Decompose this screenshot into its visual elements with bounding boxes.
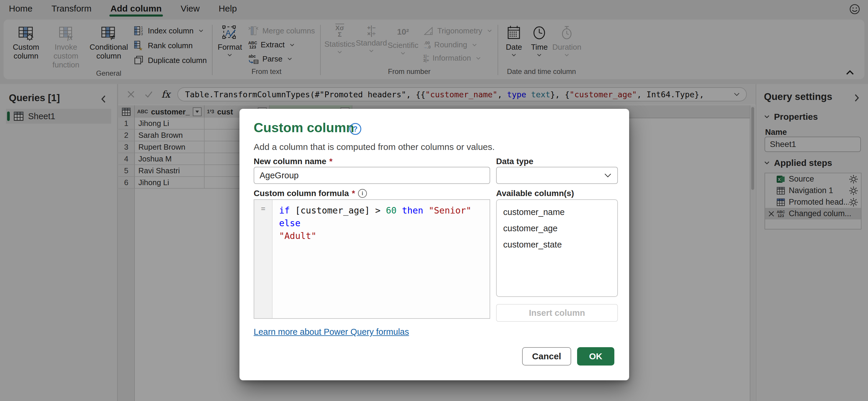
available-columns-list: customer_name customer_age customer_stat… <box>496 199 618 297</box>
data-type-select[interactable] <box>496 167 618 184</box>
available-column-item[interactable]: customer_age <box>497 220 617 237</box>
new-column-name-label: New column name* <box>254 157 333 166</box>
learn-more-link[interactable]: Learn more about Power Query formulas <box>254 327 409 337</box>
formula-editor[interactable]: = if [customer_age] > 60 then "Senior" e… <box>254 199 490 319</box>
help-icon[interactable]: ? <box>349 123 361 135</box>
dialog-title: Custom column <box>254 120 354 135</box>
cancel-button[interactable]: Cancel <box>522 347 571 366</box>
chevron-down-icon <box>604 173 612 178</box>
new-column-name-input[interactable] <box>254 167 490 184</box>
available-column-item[interactable]: customer_name <box>497 204 617 220</box>
editor-gutter: = <box>254 200 273 318</box>
custom-column-dialog: Custom column ? Add a column that is com… <box>240 109 629 380</box>
dialog-subtitle: Add a column that is computed from other… <box>254 142 495 152</box>
insert-column-button: Insert column <box>496 304 618 322</box>
custom-column-formula-label: Custom column formula* i <box>254 189 367 198</box>
ok-button[interactable]: OK <box>577 347 614 366</box>
available-column-item[interactable]: customer_state <box>497 237 617 253</box>
available-columns-label: Available column(s) <box>496 189 574 198</box>
data-type-label: Data type <box>496 157 533 166</box>
info-icon[interactable]: i <box>358 189 367 198</box>
formula-code[interactable]: if [customer_age] > 60 then "Senior" els… <box>273 200 490 318</box>
